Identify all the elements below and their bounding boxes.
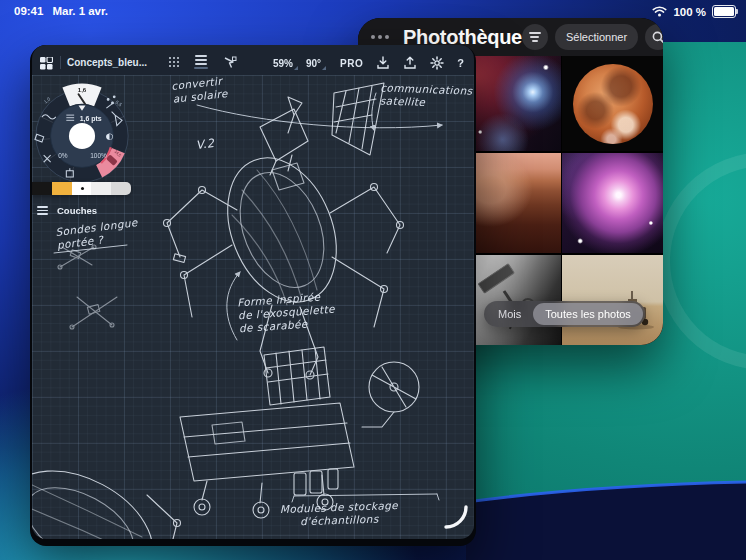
battery-icon — [712, 5, 736, 18]
swatch-white-selected[interactable] — [72, 182, 92, 195]
selection-tool-icon[interactable] — [223, 56, 237, 69]
concepts-logo-icon[interactable] — [40, 57, 53, 70]
toolbar-divider — [60, 56, 61, 69]
status-date: Mar. 1 avr. — [52, 5, 108, 17]
photo-desert-rover[interactable] — [562, 255, 663, 345]
export-icon[interactable] — [403, 56, 417, 70]
annotation-satellite: communications satellite — [380, 81, 473, 110]
swatch-gray[interactable] — [111, 182, 131, 195]
segment-all-photos[interactable]: Toutes les photos — [533, 303, 643, 325]
layers-icon — [37, 206, 48, 215]
library-segmented-control: Mois Toutes les photos — [484, 301, 645, 327]
rover-silhouette — [562, 255, 663, 344]
concepts-toolbar: Concepts_bleu... 59% 90° PRO — [32, 45, 474, 75]
photo-planet-mars[interactable] — [562, 56, 663, 151]
segment-months[interactable]: Mois — [486, 303, 533, 325]
search-icon — [652, 31, 663, 44]
drawing-canvas[interactable]: convertir au solaire communications sate… — [32, 75, 474, 539]
mars-sphere — [573, 64, 653, 144]
window-menu-icon[interactable] — [371, 35, 389, 39]
document-title[interactable]: Concepts_bleu... — [67, 57, 147, 68]
opacity-max-label: 100% — [90, 152, 107, 159]
opacity-min-label: 0% — [58, 152, 68, 159]
page-curl[interactable] — [442, 503, 468, 529]
annotation-forme: Forme inspirée de l'exosquelette de scar… — [237, 290, 336, 336]
concepts-window: Concepts_bleu... 59% 90° PRO — [30, 45, 476, 546]
color-palette — [32, 182, 131, 195]
active-size-label: 1,6 — [78, 86, 87, 93]
annotation-v2: V.2 — [195, 136, 215, 153]
tool-list-icon[interactable] — [195, 55, 207, 68]
pro-badge[interactable]: PRO — [340, 58, 363, 69]
layers-label: Couches — [57, 205, 97, 216]
layers-button[interactable]: Couches — [37, 205, 97, 216]
wallpaper-navy-curve — [466, 430, 746, 560]
photo-orion-nebula[interactable] — [562, 153, 663, 253]
swatch-amber[interactable] — [52, 182, 72, 195]
select-button[interactable]: Sélectionner — [555, 24, 638, 50]
wifi-icon — [652, 6, 667, 17]
stroke-width-label: 1,6 pts — [80, 115, 102, 123]
annotation-modules: Modules de stockage d'échantillons — [280, 499, 399, 529]
settings-gear-icon[interactable] — [430, 56, 444, 70]
display-options-button[interactable] — [522, 24, 548, 50]
swatch-black[interactable] — [32, 182, 52, 195]
swatch-light-gray[interactable] — [91, 182, 111, 195]
import-icon[interactable] — [376, 56, 390, 70]
battery-percent: 100 % — [673, 6, 706, 18]
status-time: 09:41 — [14, 5, 43, 17]
zoom-level[interactable]: 59% — [273, 58, 293, 69]
color-preview-circle[interactable] — [69, 123, 95, 149]
opacity-icon: ◐ — [106, 131, 114, 141]
canvas-rotation[interactable]: 90° — [306, 58, 321, 69]
help-button[interactable]: ? — [457, 57, 464, 69]
tool-wheel[interactable]: 1,6 14,5 1,0 5,5 6,9 — [32, 82, 136, 190]
display-options-icon — [529, 32, 541, 42]
precision-grid-icon[interactable] — [169, 57, 179, 67]
